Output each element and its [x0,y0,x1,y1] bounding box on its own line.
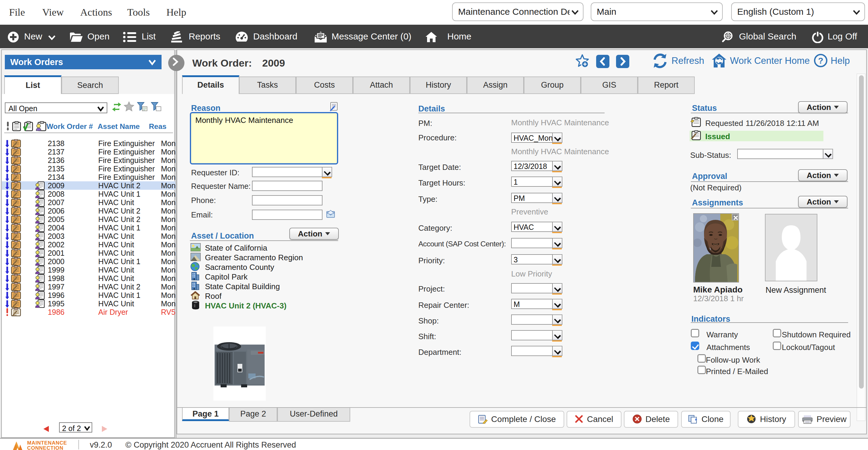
svg-text:?: ? [818,56,823,65]
